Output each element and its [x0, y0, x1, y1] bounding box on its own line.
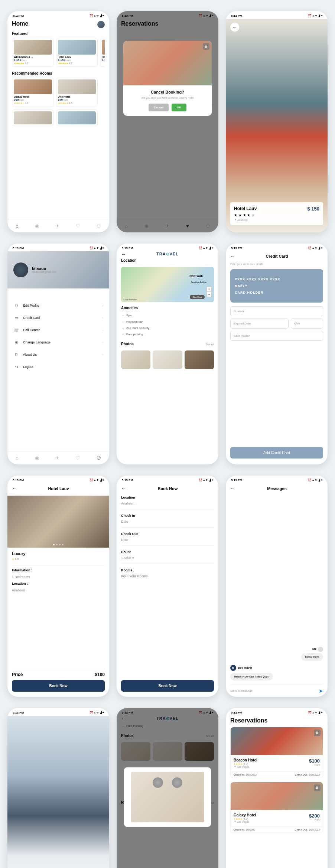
book-now-button[interactable]: Book Now [12, 680, 105, 692]
reservation-card[interactable]: 🗑 $200 Galaxy Hotel /night ★★★★★ (4.9) L… [230, 782, 323, 833]
nav-chat-icon[interactable]: ◉ [35, 223, 39, 229]
status-icons: ⏰ ⁂ ᯤ ◢ ▭ [90, 14, 104, 17]
room-card[interactable]: Galaxy Hotel200/night★★★★☆ 4.0 [12, 78, 54, 107]
cancel-button[interactable]: Cancel [149, 104, 169, 111]
status-bar: 5:13 PM⏰ ⁂ ᯤ ◢ ▭ [226, 11, 328, 19]
zoom-out-button[interactable]: − [206, 292, 212, 297]
avatar[interactable] [97, 21, 105, 28]
room-card[interactable] [12, 110, 54, 126]
holder-input[interactable]: Card Holder [230, 331, 323, 341]
nav-home-icon[interactable]: ⌂ [16, 223, 19, 229]
menu-edit-profile[interactable]: ⚇Edit Profile› [12, 300, 105, 312]
menu-logout[interactable]: ↪Logout [12, 361, 105, 373]
screen-photo-lightbox: 5:13 PM⏰ ⁂ ᯤ ◢ ▭ ←TRA⊙VEL Free Parking P… [117, 708, 218, 868]
number-input[interactable]: Number [230, 306, 323, 316]
trash-icon[interactable]: 🗑 [314, 784, 321, 791]
hotel-name: Beacon Hotel [234, 758, 320, 762]
message-input[interactable]: Send a message [230, 689, 319, 692]
photo-thumb[interactable] [153, 350, 182, 369]
nav-profile-icon[interactable]: ⚇ [97, 455, 101, 461]
screen-book-now: 5:13 PM⏰ ⁂ ᯤ ◢ ▭ ←Book Now LocationAnahe… [117, 476, 218, 697]
photo-thumb[interactable] [121, 350, 150, 369]
cvv-input[interactable]: CVV [291, 319, 323, 329]
room-card[interactable]: One Hotel150/night★★★★★ 4.5 [56, 78, 98, 107]
screen-reservations: 5:13 PM⏰ ⁂ ᯤ ◢ ▭ Reservations 🗑 $100 Bea… [226, 708, 328, 868]
hotel-price: $ 150 [307, 206, 319, 212]
price-label: Price [12, 672, 23, 677]
add-card-button[interactable]: Add Credit Card [230, 447, 323, 459]
hotel-name: Hotel Lauv [234, 206, 257, 212]
trash-icon[interactable]: 🗑 [314, 730, 321, 736]
info-label: Information : [12, 567, 105, 574]
back-button[interactable]: ← [12, 486, 17, 491]
send-icon[interactable]: ➤ [319, 688, 323, 694]
featured-card[interactable]: Williamsbrug ...$ 150/night★★★★★ 4.7 [12, 38, 54, 67]
back-button[interactable]: ← [230, 23, 239, 32]
photo-lightbox[interactable] [124, 767, 211, 827]
room-image[interactable] [7, 496, 109, 548]
card-expiry-display: MM/YY [235, 284, 319, 288]
price: $100 [309, 758, 320, 764]
location-field[interactable]: Anaheim [121, 502, 214, 505]
page-title: Hotel Lauv [20, 486, 97, 491]
see-map-button[interactable]: See Map [190, 295, 205, 299]
featured-card[interactable]: Hotel H...$ 150 [100, 38, 105, 67]
section-recommended: Recommended Rooms [12, 71, 105, 75]
checkout-field[interactable]: Date [121, 538, 214, 542]
back-button[interactable]: ← [230, 254, 235, 259]
page-title: Book Now [129, 486, 206, 491]
message-bubble: Hello! How can I help you? [230, 673, 273, 681]
map-attribution: Google Manhattan [123, 298, 137, 301]
nav-profile-icon[interactable]: ⚇ [97, 223, 101, 229]
location: Las Vegas [234, 820, 320, 823]
hotel-location: Anaheim [234, 219, 319, 221]
menu-call-center[interactable]: ☏Call Center› [12, 324, 105, 336]
menu-credit-card[interactable]: ▭Credit Card› [12, 312, 105, 324]
see-all-link[interactable]: See All [206, 343, 214, 346]
photo-thumb[interactable] [185, 350, 214, 369]
ok-button[interactable]: OK [172, 104, 186, 111]
rooms-field[interactable]: Input Your Rooms [121, 574, 214, 578]
zoom-in-button[interactable]: + [206, 287, 212, 292]
back-button[interactable]: ← [121, 251, 126, 257]
featured-card[interactable]: Hotel Lauv$ 150/night★★★★★ 4.7 [56, 38, 98, 67]
menu-language[interactable]: ⊙Change Language› [12, 336, 105, 349]
amenity-item: Free parking [121, 331, 214, 337]
price-value: $100 [95, 672, 105, 677]
screen-credit-card: 5:13 PM⏰ ⁂ ᯤ ◢ ▭ ←Credit Card Enter your… [226, 244, 328, 465]
room-card[interactable] [56, 110, 98, 126]
nav-heart-icon[interactable]: ♡ [76, 223, 80, 229]
trash-icon[interactable]: 🗑 [203, 43, 209, 50]
back-button[interactable]: ← [230, 486, 235, 491]
map[interactable]: New York Brooklyn Bridge + − See Map Goo… [121, 267, 214, 302]
room-type: Luxury [12, 551, 105, 556]
location-label: Location : [12, 580, 105, 587]
status-time: 5:13 PM [13, 14, 24, 17]
avatar[interactable] [13, 262, 28, 277]
card-name: Hotel Lauv [58, 56, 96, 58]
menu-about[interactable]: ⚐About Us› [12, 349, 105, 361]
screen-home: 5:13 PM⏰ ⁂ ᯤ ◢ ▭ Home Featured Williamsb… [7, 11, 109, 232]
expiry-input[interactable]: Expired Date [230, 319, 289, 329]
back-button[interactable]: ← [121, 486, 126, 491]
card-name: Galaxy Hotel [14, 95, 52, 98]
user-email: rpluuuos@gmail.com [32, 271, 56, 273]
page-title: Credit Card [238, 254, 316, 258]
page-title: Messages [238, 486, 316, 491]
card-name: Williamsbrug ... [14, 56, 52, 58]
checkin-field[interactable]: Date [121, 520, 214, 523]
nav-send-icon[interactable]: ✈ [55, 223, 59, 229]
chevron-right-icon: › [102, 304, 103, 307]
count-field[interactable]: 1 Adult ▾ [121, 556, 214, 560]
globe-icon: ⊙ [13, 340, 19, 345]
screen-room-detail: 5:13 PM⏰ ⁂ ᯤ ◢ ▭ ←Hotel Lauv Luxury ★ 4.… [7, 476, 109, 697]
section-amenities: Amneties [121, 306, 214, 310]
cancel-booking-modal: 🗑 Cancel Booking? Are you sure you want … [123, 41, 212, 116]
user-name: kilauuu [32, 266, 56, 271]
screen-hotel-hero: 5:13 PM⏰ ⁂ ᯤ ◢ ▭ ← Hotel Lauv $ 150 ★ ★ … [226, 11, 328, 232]
logout-icon: ↪ [13, 365, 19, 369]
book-now-button[interactable]: Book Now [121, 680, 214, 692]
amenity-item: Spa [121, 312, 214, 319]
reservation-card[interactable]: 🗑 $100 Beacon Hotel /night ★★★★★ (4.7) L… [230, 727, 323, 778]
rating: 4.9 [15, 557, 19, 561]
